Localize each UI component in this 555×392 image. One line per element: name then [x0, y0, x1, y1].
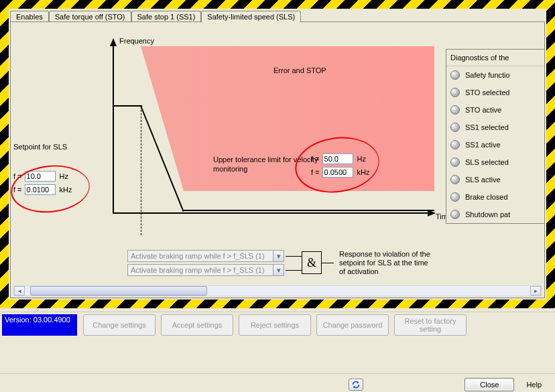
error-zone-label: Error and STOP	[273, 66, 326, 74]
chart-f1-label: f =	[311, 155, 320, 163]
and-gate: &	[302, 251, 322, 274]
reset-factory-button[interactable]: Reset to factory setting	[394, 314, 467, 336]
led-icon	[450, 70, 460, 80]
led-icon	[450, 175, 460, 184]
axis-x	[113, 212, 434, 214]
setpoint-f2-unit: kHz	[60, 186, 72, 194]
setpoint-f1-unit: Hz	[60, 172, 68, 180]
response-combo-2[interactable]: Activate braking ramp while f > f_SLS (1…	[127, 264, 284, 276]
tab-sls[interactable]: Safety-limited speed (SLS)	[201, 11, 301, 23]
horizontal-scrollbar[interactable]: ◂ ▸	[13, 285, 542, 296]
bottom-bar: Version: 03.00.4900 Change settings Acce…	[0, 312, 555, 365]
chart-f1-input[interactable]	[322, 153, 353, 164]
chart-f2-input[interactable]	[322, 167, 353, 178]
diag-item-label: Brake closed	[465, 193, 508, 201]
chart-values: f = Hz f = kHz	[311, 153, 370, 180]
diag-item-label: SS1 active	[465, 141, 501, 149]
diag-item-label: STO selected	[465, 88, 509, 96]
led-icon	[450, 105, 460, 115]
diag-item-label: SLS active	[465, 176, 501, 184]
diag-item-label: SLS selected	[465, 158, 509, 166]
and-wire	[286, 270, 302, 271]
tabcontent-sls: Setpoint for SLS f = Hz f = kHz Frequenc…	[10, 21, 545, 298]
chevron-down-icon: ▾	[273, 251, 284, 261]
response-combo-group: Activate braking ramp while f > f_SLS (1…	[127, 250, 284, 278]
diag-item-label: STO active	[465, 106, 501, 114]
tabstrip: Enables Safe torque off (STO) Safe stop …	[9, 9, 546, 22]
and-wire	[286, 256, 302, 257]
change-password-button[interactable]: Change password	[316, 314, 389, 336]
response-description: Response to violation of the setpoint fo…	[339, 250, 433, 276]
accept-settings-button[interactable]: Accept settings	[161, 314, 233, 336]
setpoint-f2-label: f =	[13, 186, 22, 194]
response-combo-1-text: Activate braking ramp while f > f_SLS (1…	[128, 252, 273, 260]
diag-item-label: Safety functio	[465, 71, 510, 79]
led-icon	[450, 140, 460, 149]
setpoint-group: Setpoint for SLS f = Hz f = kHz	[13, 143, 105, 198]
chart-ylabel: Frequency	[119, 37, 154, 45]
response-combo-1[interactable]: Activate braking ramp while f > f_SLS (1…	[127, 250, 284, 262]
setpoint-f1-input[interactable]	[25, 171, 56, 182]
led-icon	[450, 157, 460, 167]
setpoint-title: Setpoint for SLS	[13, 143, 105, 151]
setpoint-f2-input[interactable]	[25, 184, 56, 195]
led-icon	[450, 210, 460, 219]
diagnostics-title: Diagnostics of the	[446, 50, 544, 66]
chart-f1-unit: Hz	[357, 155, 366, 163]
scroll-left-icon[interactable]: ◂	[14, 286, 25, 296]
setpoint-f1-label: f =	[13, 172, 22, 180]
led-icon	[450, 88, 460, 97]
hazard-frame: Enables Safe torque off (STO) Safe stop …	[0, 0, 555, 308]
chart-f2-label: f =	[311, 168, 320, 176]
led-icon	[450, 192, 460, 202]
chevron-down-icon: ▾	[273, 265, 284, 275]
status-bar: Close Help	[0, 373, 555, 392]
help-link[interactable]: Help	[526, 381, 542, 389]
scroll-track[interactable]	[25, 286, 530, 296]
scrollpane: Setpoint for SLS f = Hz f = kHz Frequenc…	[11, 22, 544, 285]
sls-chart: Frequency Time Error and STOP Upper tole…	[99, 40, 428, 241]
scroll-right-icon[interactable]: ▸	[530, 286, 541, 296]
chart-f2-unit: kHz	[357, 168, 370, 176]
response-combo-2-text: Activate braking ramp while f > f_SLS (1…	[128, 266, 273, 274]
diag-item-label: Shutdown pat	[465, 210, 510, 218]
diagnostics-panel: Diagnostics of the Safety functio STO se…	[446, 49, 544, 224]
close-button[interactable]: Close	[465, 378, 514, 391]
refresh-icon[interactable]	[349, 379, 363, 391]
and-wire	[322, 263, 334, 263]
scroll-thumb[interactable]	[30, 286, 207, 296]
tolerance-label: Upper tolerance limit for velocity monit…	[213, 155, 320, 174]
inner-pane: Enables Safe torque off (STO) Safe stop …	[9, 9, 546, 300]
diag-item-label: SS1 selected	[465, 123, 509, 131]
axis-y	[113, 40, 114, 214]
reject-settings-button[interactable]: Reject settings	[239, 314, 311, 336]
version-label: Version: 03.00.4900	[2, 314, 77, 336]
settings-button-row: Change settings Accept settings Reject s…	[83, 314, 467, 336]
led-icon	[450, 123, 460, 132]
change-settings-button[interactable]: Change settings	[83, 314, 156, 336]
